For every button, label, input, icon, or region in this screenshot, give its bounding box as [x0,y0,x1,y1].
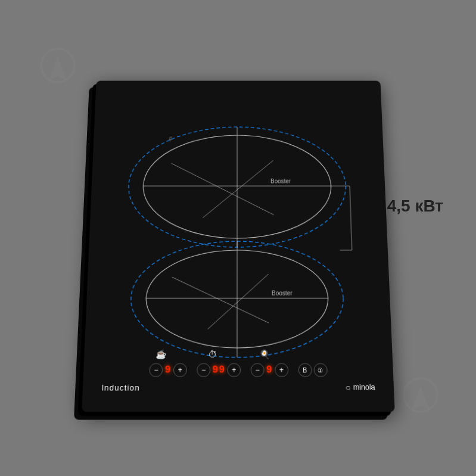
brand-row: Induction ○ minola [95,382,381,392]
zone3-plus-button[interactable]: + [274,363,288,377]
zone1-display: 9 [164,364,171,375]
power-button[interactable]: ① [313,363,327,377]
svg-marker-3 [412,386,430,410]
svg-line-8 [170,163,273,215]
timer-icon: ⏱ [208,349,217,359]
control-panel: ☕ ⏱ 🍳 − 9 + − [95,349,381,393]
zone1-minus-button[interactable]: − [149,363,163,377]
zone2-minus-button[interactable]: − [197,363,210,377]
svg-marker-1 [49,57,67,80]
zone-1-controls: − 9 + [149,363,186,377]
svg-line-16 [171,277,269,323]
zone-4-controls: B ① [298,363,327,377]
minola-icon: ○ [345,382,350,392]
svg-text:Booster: Booster [270,178,291,184]
svg-text:Booster: Booster [271,290,293,297]
pot-icon-2: 🍳 [259,349,269,359]
svg-line-17 [207,274,269,329]
pot-icon-1: ☕ [155,349,166,359]
watermark-top-left [36,48,80,111]
svg-point-5 [142,135,332,238]
zone-3-controls: − 9 + [250,363,288,377]
watermark-bottom-right [399,377,443,440]
svg-line-20 [350,186,352,250]
controls-row: − 9 + − 99 + − 9 + B [145,363,331,377]
zone2-plus-button[interactable]: + [227,363,241,377]
cooktop-wrapper: Booster # Booster ☕ [89,71,387,405]
zone2-display: 99 [212,364,225,375]
minola-brand: ○ minola [345,382,375,392]
svg-text:#: # [169,135,172,142]
zone1-plus-button[interactable]: + [173,363,186,377]
zone3-display: 9 [266,364,272,375]
svg-point-4 [126,127,347,247]
svg-line-9 [203,160,273,217]
zone3-minus-button[interactable]: − [250,363,264,377]
cooktop-body: Booster # Booster ☕ [82,80,395,412]
induction-label: Induction [101,382,140,392]
minola-text: minola [353,382,375,391]
booster-button[interactable]: B [298,363,312,377]
icon-row: ☕ ⏱ 🍳 [136,349,341,359]
zone-2-controls: − 99 + [197,363,241,377]
